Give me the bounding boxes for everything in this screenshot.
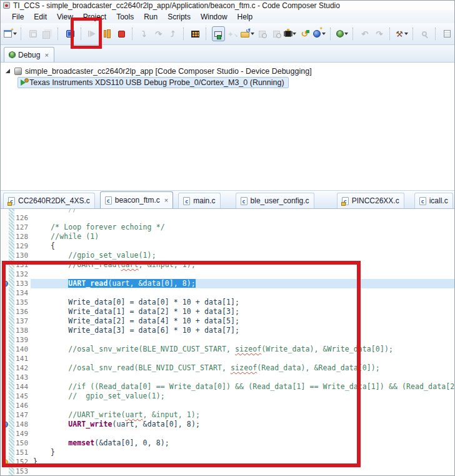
annotation-gutter[interactable]: ! bbox=[1, 457, 9, 467]
dropdown-arrow-icon[interactable] bbox=[251, 33, 254, 35]
step-into-button[interactable] bbox=[138, 26, 151, 41]
code-line-126[interactable]: 126 bbox=[1, 213, 454, 223]
code-line-141[interactable]: 141 bbox=[1, 354, 454, 363]
editor-tab-beacon_ftm-c[interactable]: cbeacon_ftm.c× bbox=[100, 191, 173, 208]
annotation-gutter[interactable] bbox=[1, 209, 9, 213]
annotation-gutter[interactable] bbox=[1, 401, 9, 410]
annotation-gutter[interactable] bbox=[1, 213, 9, 223]
debug-session-row[interactable]: simple_broadcaster_cc2640r2lp_app [Code … bbox=[1, 66, 454, 77]
line-number[interactable]: 143 bbox=[14, 373, 31, 382]
code-line-139[interactable]: 139 bbox=[1, 335, 454, 345]
menu-view[interactable]: View bbox=[52, 11, 78, 23]
load-program-button[interactable] bbox=[241, 26, 254, 41]
annotation-gutter[interactable] bbox=[1, 279, 9, 288]
menu-project[interactable]: Project bbox=[78, 11, 111, 23]
annotation-gutter[interactable] bbox=[1, 448, 9, 457]
line-number[interactable] bbox=[14, 209, 31, 213]
close-icon[interactable]: × bbox=[163, 196, 168, 204]
annotation-gutter[interactable] bbox=[1, 429, 9, 438]
code-line-138[interactable]: 138 Write_data[3] = data[6] * 10 + data[… bbox=[1, 326, 454, 335]
line-number[interactable]: 135 bbox=[14, 298, 31, 307]
menu-edit[interactable]: Edit bbox=[29, 11, 52, 23]
debug-perspective-button[interactable] bbox=[64, 26, 77, 41]
terminate-button[interactable] bbox=[115, 26, 128, 41]
step-over-button[interactable] bbox=[152, 26, 165, 41]
code-editor[interactable]: //126127 /* Loop forever echoing */128 /… bbox=[1, 209, 454, 476]
debug-thread-row[interactable]: Texas Instruments XDS110 USB Debug Probe… bbox=[1, 77, 454, 88]
code-line-129[interactable]: 129 { bbox=[1, 241, 454, 251]
line-number[interactable]: 144 bbox=[14, 382, 31, 392]
code-line-127[interactable]: 127 /* Loop forever echoing */ bbox=[1, 223, 454, 232]
code-line-125[interactable]: // bbox=[1, 209, 454, 213]
annotation-gutter[interactable] bbox=[1, 392, 9, 401]
code-line-133[interactable]: 133 UART_read(uart, &data[0], 8); bbox=[1, 279, 454, 288]
code-line-136[interactable]: 136 Write_data[1] = data[2] * 10 + data[… bbox=[1, 307, 454, 316]
editor-tab-cc2640r2dk_4xs-c[interactable]: cCC2640R2DK_4XS.c bbox=[3, 193, 95, 208]
on-chip-flash-button[interactable] bbox=[284, 26, 298, 41]
restore-debug-state-button[interactable] bbox=[256, 26, 269, 41]
view-registers-button[interactable] bbox=[189, 26, 202, 41]
line-number[interactable]: 130 bbox=[14, 251, 31, 260]
line-number[interactable]: 131 bbox=[14, 260, 31, 270]
code-line-146[interactable]: 146 bbox=[1, 401, 454, 410]
line-number[interactable]: 133 bbox=[14, 279, 31, 288]
editor-tab-pincc26xx-c[interactable]: cPINCC26XX.c bbox=[337, 193, 404, 208]
annotation-gutter[interactable] bbox=[1, 363, 9, 373]
breakpoint-icon[interactable] bbox=[1, 422, 8, 428]
debug-thread-selection[interactable]: Texas Instruments XDS110 USB Debug Probe… bbox=[18, 77, 289, 88]
annotation-gutter[interactable] bbox=[1, 467, 9, 476]
annotation-gutter[interactable] bbox=[1, 345, 9, 354]
connect-target-button[interactable] bbox=[212, 26, 225, 41]
navigate-forward-button[interactable] bbox=[372, 26, 386, 41]
annotation-gutter[interactable] bbox=[1, 420, 9, 429]
save-button[interactable] bbox=[26, 26, 39, 41]
annotation-gutter[interactable] bbox=[1, 410, 9, 420]
line-number[interactable]: 141 bbox=[14, 354, 31, 363]
debug-button[interactable] bbox=[336, 26, 349, 41]
line-number[interactable]: 142 bbox=[14, 363, 31, 373]
refresh-target-button[interactable] bbox=[313, 26, 326, 41]
annotation-gutter[interactable] bbox=[1, 373, 9, 382]
editor-tab-main-c[interactable]: cmain.c bbox=[178, 193, 220, 208]
code-line-147[interactable]: 147 //UART_write(uart, &input, 1); bbox=[1, 410, 454, 420]
line-number[interactable]: 150 bbox=[14, 438, 31, 448]
code-line-148[interactable]: 148 UART_write(uart, &data[0], 8); bbox=[1, 420, 454, 429]
annotation-gutter[interactable] bbox=[1, 241, 9, 251]
code-line-152[interactable]: !152} bbox=[1, 457, 454, 467]
editor-tab-ble_user_config-c[interactable]: cble_user_config.c bbox=[236, 193, 314, 208]
code-line-135[interactable]: 135 Write_data[0] = data[0] * 10 + data[… bbox=[1, 298, 454, 307]
suspend-button[interactable] bbox=[101, 26, 114, 41]
line-number[interactable]: 153 bbox=[14, 467, 31, 476]
debug-history-button[interactable] bbox=[270, 26, 283, 41]
menu-file[interactable]: File bbox=[7, 11, 29, 23]
line-number[interactable]: 128 bbox=[14, 232, 31, 241]
breakpoint-icon[interactable] bbox=[1, 281, 8, 287]
code-line-142[interactable]: 142 //osal_snv_read(BLE_NVID_CUST_START,… bbox=[1, 363, 454, 373]
menu-tools[interactable]: Tools bbox=[111, 11, 139, 23]
annotation-gutter[interactable] bbox=[1, 354, 9, 363]
save-all-button[interactable] bbox=[41, 26, 54, 41]
line-number[interactable]: 132 bbox=[14, 270, 31, 279]
code-line-132[interactable]: 132 bbox=[1, 270, 454, 279]
line-number[interactable]: 149 bbox=[14, 429, 31, 438]
line-number[interactable]: 140 bbox=[14, 345, 31, 354]
code-line-151[interactable]: 151 } bbox=[1, 448, 454, 457]
annotation-gutter[interactable] bbox=[1, 335, 9, 345]
line-number[interactable]: 139 bbox=[14, 335, 31, 345]
build-button[interactable] bbox=[396, 26, 409, 41]
tab-debug[interactable]: Debug × bbox=[4, 47, 54, 62]
annotation-gutter[interactable] bbox=[1, 316, 9, 326]
line-number[interactable]: 134 bbox=[14, 288, 31, 298]
menu-help[interactable]: Help bbox=[232, 11, 258, 23]
code-line-153[interactable]: 153 bbox=[1, 467, 454, 476]
line-number[interactable]: 148 bbox=[14, 420, 31, 429]
line-number[interactable]: 136 bbox=[14, 307, 31, 316]
code-line-150[interactable]: 150 memset(&data[0], 0, 8); bbox=[1, 438, 454, 448]
menu-scripts[interactable]: Scripts bbox=[162, 11, 196, 23]
code-line-130[interactable]: 130 //gpio_set_value(1); bbox=[1, 251, 454, 260]
editor-tab-icall-c[interactable]: cicall.c bbox=[414, 193, 453, 208]
line-number[interactable]: 137 bbox=[14, 316, 31, 326]
annotation-gutter[interactable] bbox=[1, 223, 9, 232]
line-number[interactable]: 129 bbox=[14, 241, 31, 251]
annotation-gutter[interactable] bbox=[1, 260, 9, 270]
